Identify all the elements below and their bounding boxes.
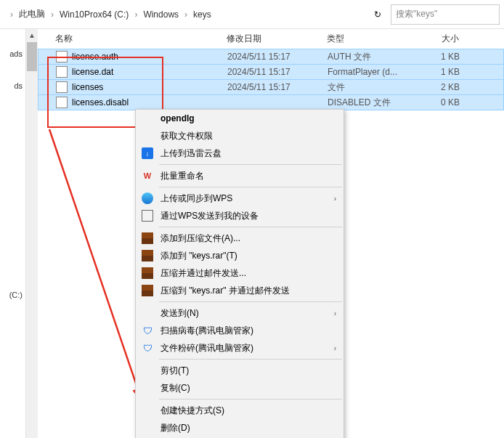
- scroll-thumb[interactable]: [27, 42, 37, 71]
- menu-batch-rename[interactable]: W批量重命名: [136, 167, 344, 184]
- breadcrumb-item[interactable]: Win10Prox64 (C:): [55, 7, 133, 23]
- menu-cut[interactable]: 剪切(T): [136, 362, 344, 379]
- header-date[interactable]: 修改日期: [227, 33, 327, 45]
- chevron-right-icon: ›: [49, 9, 55, 20]
- archive-icon: [142, 232, 153, 244]
- header-size[interactable]: 大小: [414, 33, 466, 45]
- sidebar-item[interactable]: ds: [0, 76, 25, 96]
- table-row[interactable]: licenses.disabl DISABLED 文件 0 KB: [38, 94, 504, 110]
- breadcrumb[interactable]: › 此电脑 › Win10Prox64 (C:) › Windows › key…: [4, 5, 365, 23]
- chevron-right-icon: ›: [334, 344, 336, 352]
- breadcrumb-item[interactable]: keys: [189, 7, 216, 23]
- file-icon: [56, 97, 68, 108]
- column-headers[interactable]: 名称 修改日期 类型 大小: [38, 29, 504, 49]
- chevron-right-icon: ›: [334, 309, 336, 317]
- file-name: license.dat: [72, 67, 227, 77]
- file-type: AUTH 文件: [328, 51, 415, 63]
- file-icon: [56, 81, 68, 93]
- chevron-right-icon: ›: [183, 9, 189, 20]
- file-size: 0 KB: [415, 97, 467, 108]
- refresh-button[interactable]: ↻: [367, 4, 388, 25]
- scrollbar[interactable]: ▲: [26, 29, 38, 438]
- file-size: 2 KB: [415, 82, 467, 92]
- table-row[interactable]: licenses 2024/5/11 15:17 文件 2 KB: [38, 79, 504, 95]
- menu-zip-mail[interactable]: 压缩并通过邮件发送...: [136, 264, 344, 282]
- menu-separator: [159, 227, 342, 227]
- file-name: licenses.disabl: [72, 97, 227, 108]
- search-placeholder: 搜索"keys": [396, 8, 437, 20]
- file-name: license.auth: [72, 52, 227, 62]
- menu-scan-virus[interactable]: 🛡扫描病毒(腾讯电脑管家): [136, 322, 344, 339]
- wps-icon: W: [142, 170, 153, 182]
- archive-icon: [142, 250, 153, 261]
- sidebar: ads ds (C:): [0, 29, 26, 438]
- archive-icon: [142, 267, 153, 279]
- header-type[interactable]: 类型: [327, 33, 414, 45]
- menu-separator: [159, 301, 342, 302]
- menu-send-to[interactable]: 发送到(N)›: [136, 304, 344, 322]
- file-name: licenses: [72, 82, 227, 92]
- file-size: 1 KB: [415, 67, 467, 77]
- file-type: 文件: [328, 81, 415, 94]
- menu-add-archive[interactable]: 添加到压缩文件(A)...: [136, 230, 344, 247]
- menu-delete[interactable]: 删除(D): [136, 419, 344, 437]
- sidebar-item[interactable]: [0, 64, 25, 76]
- menu-zip-keys-mail[interactable]: 压缩到 "keys.rar" 并通过邮件发送: [136, 282, 344, 299]
- scroll-up-icon[interactable]: ▲: [28, 29, 36, 41]
- sidebar-item[interactable]: ads: [0, 44, 25, 64]
- menu-separator: [159, 399, 342, 400]
- shield-icon: 🛡: [142, 342, 153, 354]
- menu-file-shred[interactable]: 🛡文件粉碎(腾讯电脑管家)›: [136, 339, 344, 357]
- file-type: FormatPlayer (d...: [328, 67, 415, 77]
- breadcrumb-item[interactable]: Windows: [139, 7, 183, 23]
- file-date: 2024/5/11 15:17: [227, 67, 328, 77]
- breadcrumb-item[interactable]: 此电脑: [15, 5, 49, 23]
- archive-icon: [142, 285, 153, 296]
- menu-copy[interactable]: 复制(C): [136, 379, 344, 397]
- chevron-right-icon: ›: [133, 9, 139, 20]
- menu-upload-xunlei[interactable]: ↓上传到迅雷云盘: [136, 145, 344, 162]
- table-row[interactable]: license.dat 2024/5/11 15:17 FormatPlayer…: [38, 64, 504, 80]
- file-type: DISABLED 文件: [328, 97, 415, 109]
- file-date: 2024/5/11 15:17: [227, 52, 328, 62]
- menu-get-permission[interactable]: 获取文件权限: [136, 127, 344, 145]
- menu-separator: [159, 359, 342, 360]
- context-menu: opendlg 获取文件权限 ↓上传到迅雷云盘 W批量重命名 上传或同步到WPS…: [135, 109, 344, 438]
- menu-sync-wps[interactable]: 上传或同步到WPS›: [136, 190, 344, 207]
- chevron-right-icon: ›: [9, 9, 15, 20]
- menu-opendlg[interactable]: opendlg: [136, 110, 344, 127]
- refresh-icon: ↻: [374, 9, 381, 20]
- chevron-right-icon: ›: [334, 195, 336, 203]
- shield-icon: 🛡: [142, 325, 153, 336]
- file-icon: [56, 66, 68, 78]
- sidebar-item[interactable]: (C:): [0, 285, 25, 305]
- device-icon: [142, 210, 153, 222]
- header-name[interactable]: 名称: [38, 33, 227, 45]
- menu-separator: [159, 187, 342, 187]
- file-icon: [56, 51, 68, 62]
- menu-separator: [159, 164, 342, 165]
- xunlei-icon: ↓: [142, 147, 153, 159]
- menu-add-keys-rar[interactable]: 添加到 "keys.rar"(T): [136, 247, 344, 264]
- file-size: 1 KB: [415, 52, 467, 62]
- table-row[interactable]: license.auth 2024/5/11 15:17 AUTH 文件 1 K…: [38, 49, 504, 65]
- file-date: 2024/5/11 15:17: [227, 82, 328, 92]
- menu-create-shortcut[interactable]: 创建快捷方式(S): [136, 402, 344, 419]
- search-input[interactable]: 搜索"keys": [391, 4, 500, 25]
- cloud-icon: [142, 192, 153, 204]
- menu-send-wps[interactable]: 通过WPS发送到我的设备: [136, 207, 344, 224]
